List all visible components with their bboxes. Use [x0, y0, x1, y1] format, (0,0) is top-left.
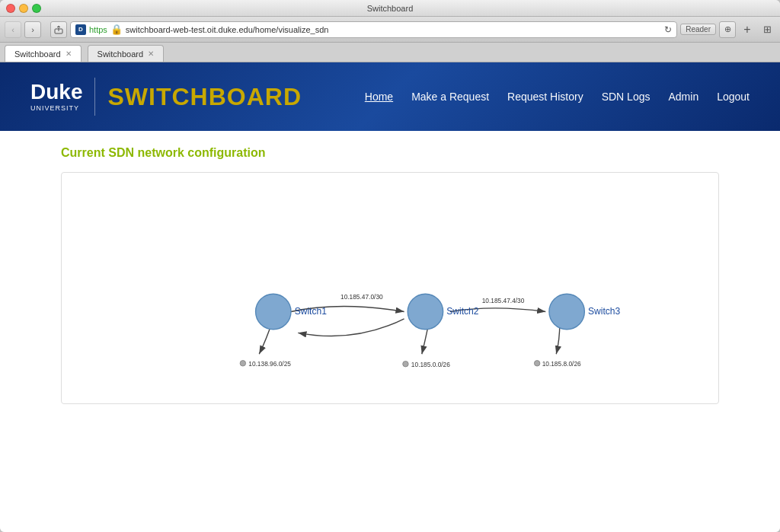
traffic-lights [6, 4, 41, 13]
url-full: switchboard-web-test.oit.duke.edu/home/v… [126, 25, 661, 34]
window-title: Switchboard [367, 4, 414, 13]
minimize-button[interactable] [19, 4, 28, 13]
tab-1-label: Switchboard [14, 49, 61, 59]
svg-point-10 [534, 361, 539, 366]
close-button[interactable] [6, 4, 15, 13]
svg-text:10.138.96.0/25: 10.138.96.0/25 [248, 360, 291, 368]
tab-2-label: Switchboard [98, 49, 144, 59]
logo-sub: UNIVERSITY [30, 104, 82, 112]
tab-1[interactable]: Switchboard ✕ [5, 45, 82, 62]
svg-text:Switch2: Switch2 [446, 306, 479, 317]
page-content: Duke UNIVERSITY SWITCHBOARD Home Make a … [0, 62, 780, 532]
site-title: SWITCHBOARD [107, 83, 302, 111]
svg-text:10.185.47.4/30: 10.185.47.4/30 [482, 297, 525, 304]
section-title: Current SDN network configuration [61, 146, 719, 160]
svg-text:10.185.47.0/30: 10.185.47.0/30 [340, 293, 383, 301]
url-bar[interactable]: D https 🔒 switchboard-web-test.oit.duke.… [70, 21, 677, 38]
nav-request-history[interactable]: Request History [507, 91, 583, 103]
browser-window: Switchboard ‹ › D https 🔒 switchboard-we… [0, 0, 780, 532]
svg-text:10.185.0.0/26: 10.185.0.0/26 [411, 361, 450, 368]
svg-point-11 [256, 294, 291, 329]
forward-button[interactable]: › [24, 21, 41, 38]
svg-text:Switch1: Switch1 [295, 306, 328, 317]
back-button[interactable]: ‹ [5, 21, 21, 38]
svg-point-15 [549, 294, 584, 329]
sidebar-toggle-button[interactable]: ⊞ [759, 21, 775, 38]
logo-area: Duke UNIVERSITY SWITCHBOARD [30, 78, 302, 116]
network-svg: 10.185.47.0/30 10.138.96.0/25 10.185.0.0… [77, 188, 703, 386]
network-diagram: 10.185.47.0/30 10.138.96.0/25 10.185.0.0… [61, 172, 719, 404]
site-header: Duke UNIVERSITY SWITCHBOARD Home Make a … [0, 62, 780, 131]
share-button[interactable] [50, 21, 67, 38]
svg-text:Switch3: Switch3 [588, 306, 621, 317]
maximize-button[interactable] [32, 4, 41, 13]
browser-toolbar: ‹ › D https 🔒 switchboard-web-test.oit.d… [0, 17, 780, 43]
svg-text:10.185.8.0/26: 10.185.8.0/26 [542, 360, 581, 368]
reader-button[interactable]: Reader [680, 24, 716, 35]
tab-1-close[interactable]: ✕ [66, 49, 72, 58]
logo-main: Duke [30, 81, 82, 103]
nav-logout[interactable]: Logout [717, 91, 750, 103]
main-nav: Home Make a Request Request History SDN … [365, 91, 750, 103]
nav-make-request[interactable]: Make a Request [411, 91, 489, 103]
title-bar: Switchboard [0, 0, 780, 17]
svg-point-7 [403, 362, 408, 367]
tabs-bar: Switchboard ✕ Switchboard ✕ [0, 43, 780, 62]
nav-admin[interactable]: Admin [668, 91, 698, 103]
new-tab-button[interactable]: + [739, 21, 756, 38]
extensions-button[interactable]: ⊕ [719, 21, 736, 38]
svg-point-13 [408, 294, 443, 329]
favicon: D [75, 24, 86, 35]
url-protocol: https [89, 25, 107, 34]
url-lock-icon: 🔒 [110, 24, 123, 35]
reload-button[interactable]: ↻ [664, 24, 672, 35]
logo-divider [94, 78, 95, 116]
nav-sdn-logs[interactable]: SDN Logs [602, 91, 651, 103]
main-area: Current SDN network configuration 10.185… [0, 131, 780, 419]
tab-2-close[interactable]: ✕ [148, 49, 154, 58]
tab-2[interactable]: Switchboard ✕ [88, 45, 165, 62]
logo-text-block: Duke UNIVERSITY [30, 81, 82, 112]
nav-home[interactable]: Home [365, 91, 393, 103]
svg-point-5 [240, 361, 245, 366]
